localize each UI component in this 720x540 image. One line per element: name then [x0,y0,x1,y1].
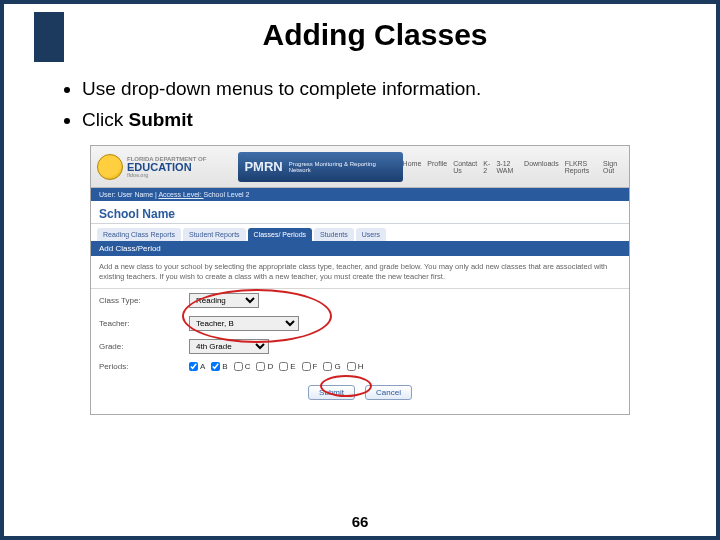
teacher-label: Teacher: [99,319,189,328]
user-bar: User: User Name | Access Level: School L… [91,188,629,201]
tab-users[interactable]: Users [356,228,386,241]
period-checkbox-b[interactable] [211,362,220,371]
page-number: 66 [4,513,716,530]
embedded-screenshot: FLORIDA DEPARTMENT OF EDUCATION fldoe.or… [4,145,716,415]
nav-contact[interactable]: Contact Us [453,160,477,174]
logo-sub: fldoe.org [127,173,206,178]
class-type-label: Class Type: [99,296,189,305]
bullet-item: Click Submit [82,107,676,134]
highlight-ellipse-dropdowns [182,289,332,343]
access-level-value: School Level 2 [204,191,250,198]
bullet-prefix: Click [82,109,128,130]
period-checkbox-f[interactable] [302,362,311,371]
tab-student-reports[interactable]: Student Reports [183,228,246,241]
periods-label: Periods: [99,362,189,371]
app-header: FLORIDA DEPARTMENT OF EDUCATION fldoe.or… [91,146,629,188]
user-label: User: User Name | [99,191,158,198]
pmrn-sub: Progress Monitoring & Reporting Network [289,161,397,173]
instruction-text: Add a new class to your school by select… [91,256,629,289]
bullet-item: Use drop-down menus to complete informat… [82,76,676,103]
fldoe-logo: FLORIDA DEPARTMENT OF EDUCATION fldoe.or… [97,152,218,182]
nav-home[interactable]: Home [403,160,422,174]
tab-classes-periods[interactable]: Classes/ Periods [248,228,313,241]
nav-profile[interactable]: Profile [427,160,447,174]
subheader: Add Class/Period [91,241,629,256]
period-checkbox-a[interactable] [189,362,198,371]
nav-signout[interactable]: Sign Out [603,160,621,174]
nav-k2[interactable]: K-2 [483,160,490,174]
school-name: School Name [91,201,629,224]
periods-group: A B C D E F G H [189,362,364,371]
period-checkbox-d[interactable] [256,362,265,371]
slide-title: Adding Classes [64,10,686,64]
period-checkbox-c[interactable] [234,362,243,371]
pmrn-label: PMRN [244,159,282,174]
period-checkbox-h[interactable] [347,362,356,371]
bullet-bold: Submit [128,109,192,130]
tabs-row: Reading Class Reports Student Reports Cl… [91,224,629,241]
seal-icon [97,154,123,180]
access-level-link[interactable]: Access Level: [158,191,203,198]
pmrn-logo: PMRN Progress Monitoring & Reporting Net… [238,152,402,182]
period-checkbox-g[interactable] [323,362,332,371]
tab-reading-class-reports[interactable]: Reading Class Reports [97,228,181,241]
nav-flkrs[interactable]: FLKRS Reports [565,160,597,174]
nav-downloads[interactable]: Downloads [524,160,559,174]
cancel-button[interactable]: Cancel [365,385,412,400]
top-nav: Home Profile Contact Us K-2 3-12 WAM Dow… [403,160,621,174]
grade-label: Grade: [99,342,189,351]
tab-students[interactable]: Students [314,228,354,241]
nav-312wam[interactable]: 3-12 WAM [496,160,518,174]
period-checkbox-e[interactable] [279,362,288,371]
bullet-list: Use drop-down menus to complete informat… [64,76,676,133]
